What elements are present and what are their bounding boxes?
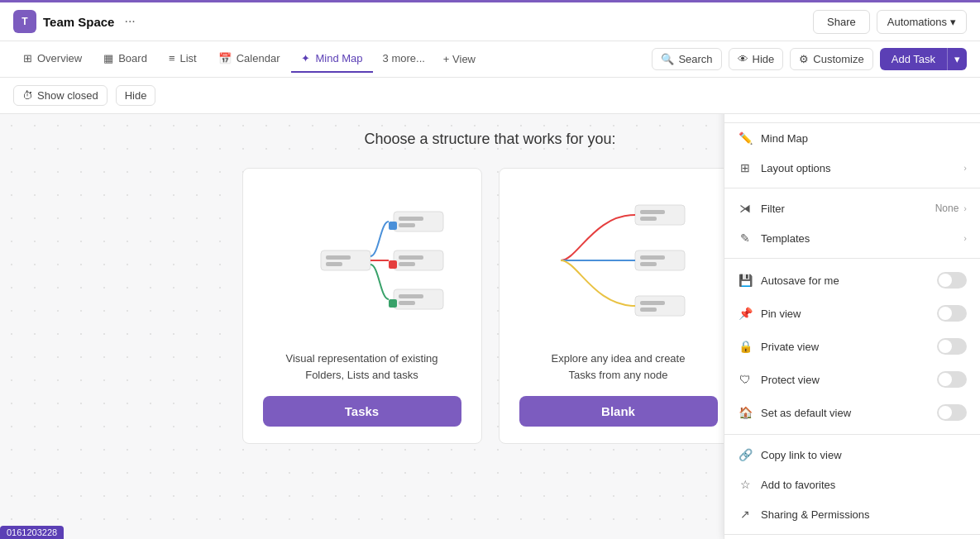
list-icon: ≡ — [169, 52, 175, 64]
panel-item-private-left: 🔒 Private view — [738, 340, 819, 353]
panel-item-filter-left: ⧕ Filter — [738, 202, 785, 215]
tab-list[interactable]: ≡ List — [159, 45, 207, 73]
svg-rect-2 — [326, 262, 342, 266]
panel-item-autosave[interactable]: 💾 Autosave for me — [724, 264, 980, 297]
team-avatar: T — [13, 10, 36, 33]
panel-item-templates-left: ✎ Templates — [738, 231, 810, 245]
blank-card-desc: Explore any idea and create Tasks from a… — [552, 351, 686, 383]
svg-rect-14 — [389, 299, 397, 308]
star-icon: ☆ — [738, 478, 753, 491]
filter-value: None — [935, 203, 959, 214]
panel-item-protect[interactable]: 🛡 Protect view — [724, 363, 980, 396]
share-arrow-icon: ↗ — [738, 508, 753, 521]
top-bar: T Team Space ··· Share Automations ▾ — [0, 0, 980, 41]
tasks-card-desc: Visual representation of existing Folder… — [285, 351, 437, 383]
more-tabs-button[interactable]: 3 more... — [375, 47, 433, 71]
private-toggle[interactable] — [937, 338, 967, 355]
svg-rect-16 — [640, 210, 665, 214]
tasks-card: Visual representation of existing Folder… — [242, 168, 482, 444]
nav-bar: ⊞ Overview ▦ Board ≡ List 📅 Calendar ✦ M… — [0, 41, 980, 78]
panel-item-copy-link[interactable]: 🔗 Copy link to view — [724, 440, 980, 470]
panel-item-sharing[interactable]: ↗ Sharing & Permissions — [724, 499, 980, 529]
toolbar-hide-button[interactable]: Hide — [116, 85, 156, 106]
add-task-button[interactable]: Add Task ▾ — [880, 48, 967, 70]
automations-button[interactable]: Automations ▾ — [877, 10, 967, 34]
version-badge: 0161203228 — [0, 526, 64, 539]
panel-item-default[interactable]: 🏠 Set as default view — [724, 396, 980, 429]
panel-item-private[interactable]: 🔒 Private view — [724, 330, 980, 363]
default-toggle[interactable] — [937, 404, 967, 421]
panel-item-mind-map-label: Mind Map — [761, 132, 808, 145]
panel-item-default-label: Set as default view — [761, 407, 851, 419]
calendar-icon: 📅 — [218, 52, 232, 64]
nav-right: 🔍 Search 👁 Hide ⚙ Customize Add Task ▾ — [652, 48, 967, 70]
cards-row: Visual representation of existing Folder… — [234, 168, 747, 444]
svg-rect-13 — [399, 301, 415, 305]
panel-item-favorites-label: Add to favorites — [761, 479, 835, 491]
tab-overview[interactable]: ⊞ Overview — [13, 45, 92, 73]
automations-label: Automations — [887, 16, 947, 28]
panel-item-favorites[interactable]: ☆ Add to favorites — [724, 470, 980, 499]
svg-rect-4 — [399, 217, 423, 221]
panel-item-layout-left: ⊞ Layout options — [738, 161, 831, 174]
svg-rect-10 — [389, 260, 397, 269]
svg-rect-5 — [399, 223, 415, 227]
toolbar: ⏱ Show closed Hide — [0, 78, 980, 114]
panel-item-filter[interactable]: ⧕ Filter None › — [724, 193, 980, 223]
hide-button[interactable]: 👁 Hide — [729, 48, 784, 70]
panel-item-copy-link-left: 🔗 Copy link to view — [738, 448, 842, 461]
panel-divider-4 — [724, 534, 980, 535]
panel-item-layout[interactable]: ⊞ Layout options › — [724, 153, 980, 183]
autosave-toggle[interactable] — [937, 272, 967, 289]
search-label: Search — [678, 53, 712, 65]
tab-calendar[interactable]: 📅 Calendar — [208, 45, 290, 73]
main-content: Choose a structure that works for you: — [0, 114, 980, 539]
search-button[interactable]: 🔍 Search — [652, 48, 721, 70]
protect-toggle[interactable] — [937, 371, 967, 388]
panel-item-mind-map[interactable]: ✏️ Mind Map — [724, 123, 980, 153]
tasks-button[interactable]: Tasks — [263, 396, 461, 427]
team-initial: T — [22, 16, 27, 27]
tab-board[interactable]: ▦ Board — [93, 45, 157, 73]
customize-button[interactable]: ⚙ Customize — [790, 48, 872, 70]
panel-item-filter-label: Filter — [761, 203, 785, 215]
add-view-button[interactable]: + View — [435, 48, 484, 70]
blank-button[interactable]: Blank — [519, 396, 718, 427]
add-task-label: Add Task — [880, 48, 947, 70]
tab-mindmap-label: Mind Map — [315, 52, 362, 64]
shield-icon: 🛡 — [738, 373, 753, 386]
tasks-card-visual — [271, 188, 453, 337]
panel-divider-1 — [724, 188, 980, 188]
panel-item-layout-label: Layout options — [761, 162, 831, 174]
filter-chevron-icon: › — [963, 203, 967, 213]
team-options-button[interactable]: ··· — [121, 11, 138, 32]
pin-toggle[interactable] — [937, 305, 967, 322]
share-button[interactable]: Share — [813, 10, 870, 34]
tab-mindmap[interactable]: ✦ Mind Map — [291, 45, 372, 73]
panel-item-pin[interactable]: 📌 Pin view — [724, 297, 980, 330]
panel-item-favorites-left: ☆ Add to favorites — [738, 478, 835, 491]
show-closed-button[interactable]: ⏱ Show closed — [13, 85, 108, 106]
automations-chevron-icon: ▾ — [950, 16, 956, 28]
panel-item-templates[interactable]: ✎ Templates › — [724, 223, 980, 253]
svg-rect-3 — [394, 212, 443, 231]
filter-icon: ⧕ — [738, 202, 753, 215]
hide-icon: 👁 — [738, 53, 748, 65]
tab-list-label: List — [179, 52, 196, 64]
toolbar-hide-label: Hide — [125, 89, 147, 102]
blank-card: Explore any idea and create Tasks from a… — [499, 168, 739, 444]
svg-rect-9 — [399, 262, 415, 266]
team-name: Team Space — [43, 15, 114, 29]
templates-chevron-icon: › — [963, 233, 967, 243]
top-bar-left: T Team Space ··· — [13, 10, 139, 33]
panel-divider-2 — [724, 258, 980, 259]
panel-item-copy-link-label: Copy link to view — [761, 449, 842, 461]
templates-icon: ✎ — [738, 231, 753, 245]
panel-item-pin-left: 📌 Pin view — [738, 307, 801, 320]
tab-calendar-label: Calendar — [237, 52, 280, 64]
panel-item-autosave-left: 💾 Autosave for me — [738, 274, 839, 287]
panel-item-mind-map-left: ✏️ Mind Map — [738, 131, 808, 145]
tab-board-label: Board — [118, 52, 147, 64]
gear-icon: ⚙ — [799, 53, 809, 65]
svg-rect-17 — [640, 217, 657, 221]
